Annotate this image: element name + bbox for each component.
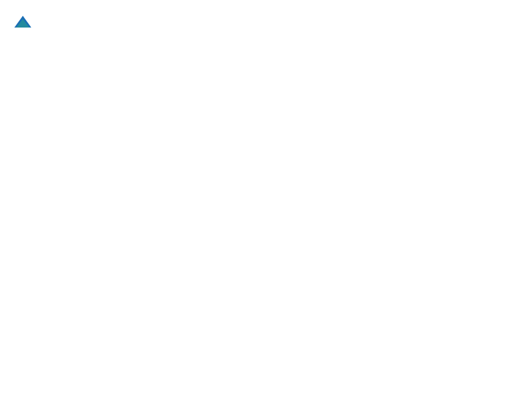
logo <box>13 13 35 32</box>
page-header <box>13 13 519 32</box>
logo-icon <box>13 13 32 32</box>
